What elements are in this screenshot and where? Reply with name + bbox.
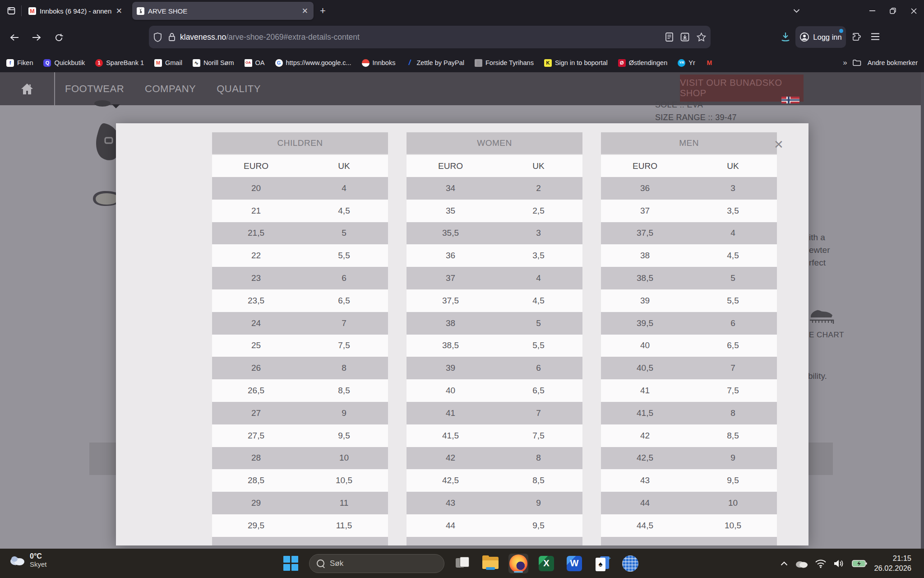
- minimize-button[interactable]: [862, 0, 882, 22]
- save-page-icon[interactable]: [680, 33, 689, 42]
- bookmark-star-icon[interactable]: [697, 33, 706, 42]
- bookmark-item[interactable]: YR Yr: [678, 59, 695, 67]
- bookmark-item[interactable]: K Sign in to boportal: [544, 59, 608, 67]
- product-thumbnail[interactable]: [92, 100, 120, 107]
- firefox-taskbar-button[interactable]: [508, 554, 528, 573]
- home-icon[interactable]: [0, 83, 54, 95]
- size-table-row: 44 9,5: [407, 514, 582, 537]
- bookmark-item[interactable]: Q Quickbutik: [43, 59, 85, 67]
- bookmark-item[interactable]: M Gmail: [154, 59, 182, 67]
- euro-size-cell: 42: [407, 447, 494, 470]
- clipped-row: [212, 537, 388, 545]
- restore-button[interactable]: [882, 0, 903, 22]
- size-chart-shoe-icon: [809, 305, 835, 326]
- size-table-columns: EURO UK: [212, 155, 388, 177]
- tab-close-icon[interactable]: ✕: [301, 6, 309, 16]
- euro-size-cell: 27: [212, 402, 300, 424]
- tab-separator: [21, 5, 22, 16]
- uk-size-cell: 6,5: [494, 379, 582, 402]
- uk-size-cell: 9: [494, 492, 582, 514]
- word-taskbar-button[interactable]: W: [564, 554, 584, 573]
- size-table-row: 22 5,5: [212, 244, 388, 267]
- bookmark-item[interactable]: G https://www.google.c...: [275, 59, 351, 67]
- tab-arve-shoe[interactable]: ARVE SHOE ✕: [132, 2, 314, 20]
- other-bookmarks-label[interactable]: Andre bokmerker: [868, 59, 918, 66]
- file-explorer-button[interactable]: [480, 554, 500, 573]
- taskbar-search[interactable]: Søk: [309, 554, 444, 573]
- size-table-row: 38 5: [407, 312, 582, 335]
- account-login-button[interactable]: Logg inn: [795, 26, 846, 48]
- column-header: UK: [494, 155, 582, 177]
- nav-footwear[interactable]: FOOTWEAR: [65, 83, 124, 95]
- uk-size-cell: 9: [300, 402, 388, 424]
- forward-button[interactable]: [28, 29, 45, 46]
- size-chart-link-fragment[interactable]: E CHART: [809, 331, 844, 340]
- list-all-tabs-button[interactable]: [787, 0, 805, 22]
- nav-company[interactable]: COMPANY: [145, 83, 196, 95]
- euro-size-cell: 38,5: [601, 267, 689, 289]
- back-button[interactable]: [6, 29, 23, 46]
- bookmark-item[interactable]: ∿ Norill Søm: [193, 59, 234, 67]
- page-scrollbar[interactable]: [921, 72, 924, 549]
- task-view-button[interactable]: [453, 554, 472, 573]
- tab-innboks[interactable]: M Innboks (6 942) - annenorillg@g ✕: [24, 2, 128, 20]
- reader-view-icon[interactable]: [665, 33, 673, 42]
- browser-chrome: M Innboks (6 942) - annenorillg@g ✕ ARVE…: [0, 0, 924, 72]
- menu-hamburger-icon[interactable]: [871, 33, 880, 40]
- start-button[interactable]: [281, 554, 301, 573]
- uk-size-cell: 5: [689, 267, 777, 289]
- euro-size-cell: 41,5: [601, 402, 689, 424]
- volume-icon[interactable]: [833, 559, 845, 568]
- uk-size-cell: 9: [689, 447, 777, 470]
- battery-charging-icon[interactable]: [852, 559, 867, 568]
- tab-close-icon[interactable]: ✕: [115, 6, 123, 16]
- uk-size-cell: 10: [300, 447, 388, 470]
- modal-close-button[interactable]: ✕: [770, 136, 787, 153]
- search-icon: [317, 559, 324, 567]
- url-bar[interactable]: klaveness.no/arve-shoe-2069#extra-detail…: [149, 26, 711, 48]
- shield-icon[interactable]: [153, 33, 162, 42]
- onedrive-cloud-icon[interactable]: [795, 559, 808, 568]
- euro-size-cell: 44: [407, 514, 494, 537]
- bookmark-item[interactable]: Innboks: [362, 59, 396, 67]
- uk-size-cell: 5,5: [494, 335, 582, 357]
- folder-icon: [853, 59, 861, 66]
- uk-size-cell: 7,5: [689, 379, 777, 402]
- tray-clock[interactable]: 21:15 26.02.2026: [874, 554, 911, 573]
- bookmarks-overflow-chevron[interactable]: »: [843, 58, 846, 67]
- bookmark-item[interactable]: ▒ Forside Tyrihans: [475, 59, 534, 67]
- close-window-button[interactable]: [903, 0, 924, 22]
- bookmark-item[interactable]: 1 SpareBank 1: [95, 59, 144, 67]
- firefox-view-button[interactable]: [4, 3, 19, 19]
- weather-widget[interactable]: 0°C Skyet: [9, 552, 47, 568]
- size-table-row: 35,5 3: [407, 222, 582, 245]
- size-table-row: 42,5 8,5: [407, 469, 582, 492]
- size-table-row: 41,5 8: [601, 402, 777, 424]
- downloads-button[interactable]: [781, 32, 790, 42]
- bookmark-item[interactable]: / Zettle by PayPal: [406, 59, 464, 67]
- extensions-icon[interactable]: [852, 32, 861, 42]
- notification-dot: [839, 29, 843, 33]
- size-table-row: 23,5 6,5: [212, 289, 388, 312]
- bookmark-favicon: f: [6, 59, 14, 67]
- lock-icon[interactable]: [168, 33, 176, 42]
- wifi-icon[interactable]: [815, 559, 827, 568]
- euro-size-cell: 27,5: [212, 424, 300, 447]
- euro-size-cell: 39: [601, 289, 689, 312]
- bookmark-item[interactable]: M: [706, 59, 713, 67]
- tray-chevron-up-icon[interactable]: [781, 561, 788, 566]
- bookmark-item[interactable]: OA OA: [245, 59, 265, 67]
- uk-size-cell: 7: [300, 312, 388, 335]
- solitaire-taskbar-button[interactable]: ♠+: [592, 554, 612, 573]
- excel-icon: X: [539, 556, 554, 571]
- deer-favicon: [137, 7, 144, 15]
- bookmark-item[interactable]: f Fiken: [6, 59, 33, 67]
- reload-button[interactable]: [51, 29, 67, 46]
- nav-quality[interactable]: QUALITY: [217, 83, 261, 95]
- size-table-row: 41,5 7,5: [407, 424, 582, 447]
- store-basket-taskbar-button[interactable]: [620, 554, 640, 573]
- euro-size-cell: 29,5: [212, 514, 300, 537]
- excel-taskbar-button[interactable]: X: [536, 554, 556, 573]
- new-tab-button[interactable]: +: [320, 5, 326, 17]
- bookmark-item[interactable]: Ø Østlendingen: [618, 59, 667, 67]
